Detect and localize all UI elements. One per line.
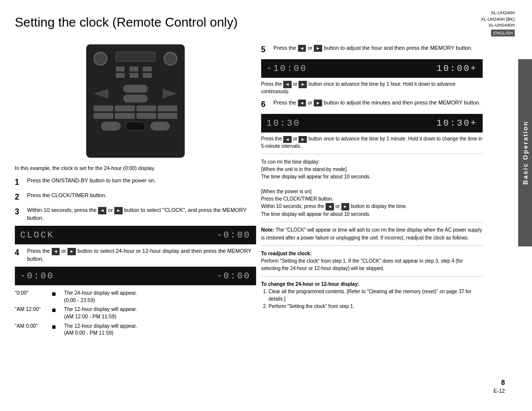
step-6-text: Press the ◄ or ► button to adjust the mi… bbox=[273, 99, 481, 106]
page-label: E-12 bbox=[494, 388, 505, 394]
remote-oval-2 bbox=[123, 95, 148, 103]
remote-oval-1 bbox=[123, 85, 148, 93]
remote-btn-3 bbox=[143, 67, 152, 71]
btn-inline-1: ◄ bbox=[98, 207, 106, 214]
divider-3 bbox=[261, 245, 483, 246]
step-3-number: 3 bbox=[15, 206, 25, 217]
time-option-0-arrow: ■ bbox=[52, 289, 62, 299]
step6-display: 10:30 10:30+ bbox=[261, 114, 483, 133]
readjust-text: Perform "Setting the clock" from step 1.… bbox=[261, 257, 483, 272]
time-option-0: "0:00" ■ The 24-hour display will appear… bbox=[15, 289, 256, 304]
remote-tiny-1 bbox=[94, 105, 113, 111]
btn-inline-7: ◄ bbox=[283, 81, 292, 88]
step-5-number: 5 bbox=[261, 44, 271, 55]
step-6-number: 6 bbox=[261, 99, 271, 110]
time-options: "0:00" ■ The 24-hour display will appear… bbox=[15, 289, 256, 337]
page-container: XL-UH240H XL-UH240H (BK) XL-UH2440H ENGL… bbox=[0, 0, 532, 411]
hour-select-display: -0:00 -0:00 bbox=[15, 267, 256, 285]
remote-small-buttons bbox=[116, 67, 155, 78]
remote-bottom-buttons bbox=[94, 105, 177, 119]
note-section: Note: The "CLOCK" will appear or time wi… bbox=[261, 226, 483, 241]
step-6: 6 Press the ◄ or ► button to adjust the … bbox=[261, 99, 483, 110]
btn-inline-14: ► bbox=[341, 203, 350, 211]
remote-circle-right bbox=[164, 52, 177, 66]
step-1: 1 Press the ON/STAND-BY button to turn t… bbox=[15, 177, 256, 188]
step-3-text: Within 10 seconds, press the ◄ or ► butt… bbox=[27, 206, 256, 222]
time-option-2-label: "AM 0:00" bbox=[15, 322, 49, 330]
remote-tiny-8 bbox=[158, 113, 177, 119]
clock-display-right: -0:00 bbox=[217, 230, 251, 240]
divider-2 bbox=[261, 222, 483, 222]
btn-inline-5: ◄ bbox=[298, 45, 306, 52]
btn-inline-6: ► bbox=[314, 45, 322, 52]
remote-tiny-6 bbox=[115, 113, 134, 119]
remote-btn-6 bbox=[143, 73, 152, 78]
remote-oval-big-right bbox=[150, 122, 170, 131]
remote-btn-5 bbox=[130, 73, 138, 78]
confirm-title: To con rm the time display: bbox=[261, 158, 483, 166]
remote-btn-1 bbox=[116, 67, 125, 71]
step6-display-left: 10:30 bbox=[266, 118, 300, 128]
time-option-1-label: "AM 12:00" bbox=[15, 306, 49, 313]
step-4: 4 Press the ◄ or ► button to select 24-h… bbox=[15, 247, 256, 263]
change-display-section: To change the 24-hour or 12-hour display… bbox=[261, 280, 483, 310]
divider-1 bbox=[261, 154, 483, 154]
remote-display bbox=[116, 52, 155, 62]
remote-nav bbox=[94, 85, 177, 103]
when-power-on: [When the power is on] bbox=[261, 188, 483, 195]
power-on-text-2: Within 10 seconds, press the ◄ or ► butt… bbox=[261, 203, 483, 210]
remote-center-group bbox=[123, 85, 148, 103]
step-4-text: Press the ◄ or ► button to select 24-hou… bbox=[27, 247, 256, 263]
btn-inline-10: ► bbox=[314, 100, 322, 107]
when-standby: [When the unit is in the stand-by mode] bbox=[261, 166, 483, 173]
power-on-text-3: The time display will appear for about 1… bbox=[261, 210, 483, 218]
standby-text: The time display will appear for about 1… bbox=[261, 173, 483, 180]
btn-inline-3: ◄ bbox=[52, 248, 60, 255]
step-5: 5 Press the ◄ or ► button to adjust the … bbox=[261, 44, 483, 55]
time-option-2-desc: The 12-hour display will appear.(AM 0:00… bbox=[64, 322, 256, 337]
hour-select-right: -0:00 bbox=[217, 271, 251, 281]
step-2: 2 Press the CLOCK/TIMER button. bbox=[15, 192, 256, 203]
note-text: The "CLOCK" will appear or time will ash… bbox=[261, 227, 482, 240]
remote-tiny-7 bbox=[136, 113, 156, 119]
remote-circle-left bbox=[94, 52, 107, 66]
change-step-1: Clear all the programmed contents. [Refe… bbox=[268, 288, 483, 303]
hour-select-left: -0:00 bbox=[20, 271, 54, 281]
btn-inline-2: ► bbox=[114, 207, 123, 214]
change-step-2: Perform "Setting the clock" from step 1. bbox=[268, 303, 483, 310]
side-tab: Basic Operation bbox=[518, 59, 532, 246]
step-2-text: Press the CLOCK/TIMER button. bbox=[27, 192, 106, 199]
btn-inline-8: ► bbox=[299, 81, 307, 88]
page-number: 8 bbox=[501, 378, 505, 386]
remote-tiny-3 bbox=[136, 105, 156, 111]
right-column: 5 Press the ◄ or ► button to adjust the … bbox=[261, 44, 502, 314]
step5-display: -10:00 10:00+ bbox=[261, 59, 483, 78]
power-on-text-1: Press the CLOCK/TIMER button. bbox=[261, 195, 483, 203]
left-column: In this example, the clock is set for th… bbox=[15, 44, 256, 341]
step-1-number: 1 bbox=[15, 177, 25, 188]
clock-display: CLOCK -0:00 bbox=[15, 226, 256, 244]
step5-note: Press the ◄ or ► button once to advance … bbox=[261, 81, 483, 95]
remote-arrow-left bbox=[94, 89, 108, 99]
remote-oval-big-left bbox=[101, 122, 121, 131]
btn-inline-4: ► bbox=[67, 248, 76, 255]
model-line-2: XL-UH240H (BK) bbox=[481, 16, 515, 23]
time-option-0-desc: The 24-hour display will appear.(0:00 - … bbox=[64, 289, 256, 304]
step5-display-right: 10:00+ bbox=[436, 64, 477, 73]
time-option-0-label: "0:00" bbox=[15, 289, 49, 297]
page-title: Setting the clock (Remote Control only) bbox=[15, 15, 517, 30]
time-option-2: "AM 0:00" ■ The 12-hour display will app… bbox=[15, 322, 256, 337]
step6-note: Press the ◄ or ► button once to advance … bbox=[261, 136, 483, 150]
remote-top-buttons bbox=[94, 52, 177, 81]
remote-tiny-2 bbox=[115, 105, 134, 111]
model-line-3: XL-UH2440H bbox=[481, 22, 515, 29]
step-2-number: 2 bbox=[15, 192, 25, 203]
time-option-1-desc: The 12-hour display will appear.(AM 12:0… bbox=[64, 306, 256, 320]
btn-inline-11: ◄ bbox=[283, 136, 292, 143]
model-line-1: XL-UH240H bbox=[481, 10, 515, 16]
step5-display-left: -10:00 bbox=[266, 64, 307, 73]
remote-black-oval bbox=[126, 122, 145, 131]
step-4-number: 4 bbox=[15, 247, 25, 258]
time-option-2-arrow: ■ bbox=[52, 322, 62, 332]
english-badge: ENGLISH bbox=[491, 30, 515, 37]
